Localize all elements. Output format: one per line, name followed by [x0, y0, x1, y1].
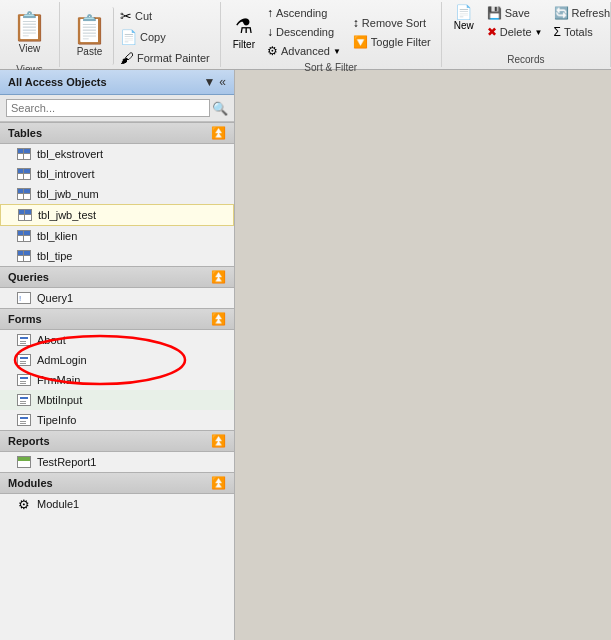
table-icon [16, 147, 32, 161]
delete-label: Delete [500, 26, 532, 38]
nav-pane-menu-icon[interactable]: ▼ [203, 75, 215, 89]
ribbon-group-views: 📋 View Views [0, 2, 60, 67]
view-button[interactable]: 📋 View [6, 4, 53, 62]
nav-item-tipeinfo[interactable]: TipeInfo [0, 410, 234, 430]
nav-section-queries-collapse-icon: ⏫ [211, 270, 226, 284]
new-button[interactable]: 📄 New [448, 4, 480, 30]
copy-button[interactable]: 📄 Copy [116, 27, 214, 47]
form-icon [16, 333, 32, 347]
table-icon [16, 167, 32, 181]
nav-item-label: tbl_jwb_num [37, 188, 99, 200]
nav-item-frmmain[interactable]: FrmMain [0, 370, 234, 390]
records-col1: 📄 New [448, 4, 480, 30]
totals-button[interactable]: Σ Totals [550, 23, 612, 41]
remove-sort-icon: ↕ [353, 16, 359, 30]
report-icon [16, 455, 32, 469]
table-icon [16, 187, 32, 201]
toggle-filter-button[interactable]: 🔽 Toggle Filter [349, 33, 435, 51]
table-icon [16, 249, 32, 263]
nav-section-tables-header[interactable]: Tables ⏫ [0, 122, 234, 144]
nav-item-tbl-jwb-num[interactable]: tbl_jwb_num [0, 184, 234, 204]
nav-section-modules-header[interactable]: Modules ⏫ [0, 472, 234, 494]
main-area: All Access Objects ▼ « 🔍 Tables ⏫ tbl_ek… [0, 70, 611, 640]
save-button[interactable]: 💾 Save [483, 4, 547, 22]
nav-section-queries-header[interactable]: Queries ⏫ [0, 266, 234, 288]
filter-label: Filter [233, 39, 255, 50]
form-icon [16, 353, 32, 367]
nav-item-label: tbl_introvert [37, 168, 94, 180]
table-icon [16, 229, 32, 243]
nav-item-tbl-jwb-test[interactable]: tbl_jwb_test [0, 204, 234, 226]
paste-button[interactable]: 📋 Paste [66, 7, 114, 65]
new-label: New [454, 20, 474, 31]
ribbon: 📋 View Views 📋 Paste ✂ Cut 📄 Copy [0, 0, 611, 70]
nav-pane-header[interactable]: All Access Objects ▼ « [0, 70, 234, 95]
sort-filter-content: ⚗ Filter ↑ Ascending ↓ Descending ⚙ Adva… [227, 4, 435, 60]
nav-section-forms-label: Forms [8, 313, 42, 325]
refresh-all-icon: 🔄 [554, 6, 569, 20]
nav-section-modules-collapse-icon: ⏫ [211, 476, 226, 490]
totals-icon: Σ [554, 25, 561, 39]
nav-section-reports-items: TestReport1 [0, 452, 234, 472]
records-group-label: Records [507, 52, 544, 65]
nav-item-label: Module1 [37, 498, 79, 510]
nav-item-tbl-ekstrovert[interactable]: tbl_ekstrovert [0, 144, 234, 164]
records-content: 📄 New 💾 Save ✖ Delete ▼ [448, 4, 604, 52]
ribbon-group-records: 📄 New 💾 Save ✖ Delete ▼ [442, 2, 611, 67]
new-icon: 📄 [455, 4, 472, 20]
advanced-button[interactable]: ⚙ Advanced ▼ [263, 42, 345, 60]
nav-item-label: TestReport1 [37, 456, 96, 468]
records-col2: 💾 Save ✖ Delete ▼ [483, 4, 547, 41]
ascending-button[interactable]: ↑ Ascending [263, 4, 345, 22]
form-icon [16, 413, 32, 427]
delete-dropdown-icon: ▼ [535, 28, 543, 37]
nav-section-tables-items: tbl_ekstrovert tbl_introvert tbl_jwb_num… [0, 144, 234, 266]
descending-button[interactable]: ↓ Descending [263, 23, 345, 41]
nav-pane-collapse-icon[interactable]: « [219, 75, 226, 89]
nav-search-input[interactable] [6, 99, 210, 117]
copy-icon: 📄 [120, 29, 137, 45]
nav-item-admlogin[interactable]: AdmLogin [0, 350, 234, 370]
nav-item-query1[interactable]: ! Query1 [0, 288, 234, 308]
format-painter-button[interactable]: 🖌 Format Painter [116, 48, 214, 68]
save-icon: 💾 [487, 6, 502, 20]
nav-item-testreport1[interactable]: TestReport1 [0, 452, 234, 472]
nav-item-about[interactable]: About [0, 330, 234, 350]
nav-section-modules-items: ⚙ Module1 [0, 494, 234, 514]
nav-section-forms-collapse-icon: ⏫ [211, 312, 226, 326]
form-icon [16, 393, 32, 407]
nav-section-reports-label: Reports [8, 435, 50, 447]
records-col3: 🔄 Refresh All Σ Totals [550, 4, 612, 41]
form-icon [16, 373, 32, 387]
view-icon: 📋 [12, 13, 47, 41]
nav-item-label: MbtiInput [37, 394, 82, 406]
nav-item-tbl-introvert[interactable]: tbl_introvert [0, 164, 234, 184]
nav-search-icon: 🔍 [212, 101, 228, 116]
module-icon: ⚙ [16, 497, 32, 511]
nav-section-reports-header[interactable]: Reports ⏫ [0, 430, 234, 452]
navigation-pane: All Access Objects ▼ « 🔍 Tables ⏫ tbl_ek… [0, 70, 235, 640]
advanced-label: Advanced [281, 45, 330, 57]
nav-section-forms-items: About AdmLogin FrmMain MbtiInput TipeInf… [0, 330, 234, 430]
nav-item-tbl-tipe[interactable]: tbl_tipe [0, 246, 234, 266]
delete-icon: ✖ [487, 25, 497, 39]
cut-button[interactable]: ✂ Cut [116, 6, 214, 26]
nav-item-label: tbl_klien [37, 230, 77, 242]
toggle-filter-label: Toggle Filter [371, 36, 431, 48]
nav-section-forms-header[interactable]: Forms ⏫ [0, 308, 234, 330]
delete-button[interactable]: ✖ Delete ▼ [483, 23, 547, 41]
remove-sort-button[interactable]: ↕ Remove Sort [349, 14, 435, 32]
nav-item-tbl-klien[interactable]: tbl_klien [0, 226, 234, 246]
filter-button[interactable]: ⚗ Filter [227, 5, 261, 59]
ascending-label: Ascending [276, 7, 327, 19]
refresh-all-button[interactable]: 🔄 Refresh All [550, 4, 612, 22]
nav-item-mbtiinput[interactable]: MbtiInput [0, 390, 234, 410]
ribbon-group-clipboard: 📋 Paste ✂ Cut 📄 Copy 🖌 Format Painter [60, 2, 221, 67]
nav-item-label: tbl_tipe [37, 250, 72, 262]
ribbon-group-views-content: 📋 View [6, 4, 53, 62]
nav-item-label: TipeInfo [37, 414, 76, 426]
cut-label: Cut [135, 10, 152, 22]
nav-item-label: About [37, 334, 66, 346]
nav-search-bar: 🔍 [0, 95, 234, 122]
nav-item-module1[interactable]: ⚙ Module1 [0, 494, 234, 514]
